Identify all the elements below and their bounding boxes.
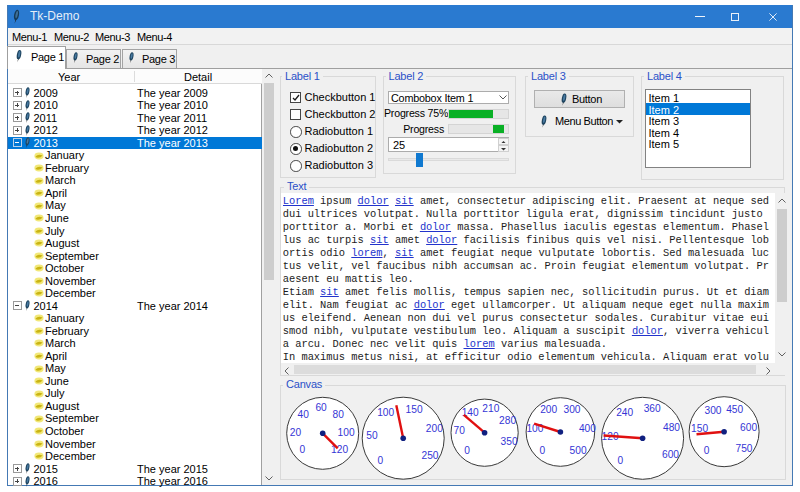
svg-text:750: 750: [736, 443, 753, 454]
svg-text:60: 60: [315, 402, 327, 413]
svg-text:100: 100: [377, 407, 394, 418]
svg-text:40: 40: [298, 409, 310, 420]
svg-text:300: 300: [705, 405, 722, 416]
svg-text:150: 150: [406, 404, 423, 415]
svg-text:300: 300: [564, 404, 581, 415]
svg-text:0: 0: [704, 445, 710, 456]
svg-text:50: 50: [366, 430, 378, 441]
svg-text:0: 0: [300, 444, 306, 455]
svg-text:280: 280: [499, 415, 516, 426]
svg-text:360: 360: [644, 403, 661, 414]
svg-text:480: 480: [663, 422, 680, 433]
svg-text:0: 0: [540, 445, 546, 456]
svg-text:80: 80: [333, 409, 345, 420]
svg-text:100: 100: [338, 427, 355, 438]
svg-text:70: 70: [454, 425, 466, 436]
svg-text:200: 200: [540, 404, 557, 415]
svg-text:0: 0: [618, 455, 624, 466]
svg-text:200: 200: [426, 423, 443, 434]
svg-text:500: 500: [570, 445, 587, 456]
svg-text:400: 400: [579, 423, 596, 434]
svg-text:600: 600: [740, 422, 757, 433]
svg-text:0: 0: [464, 445, 470, 456]
svg-text:250: 250: [422, 450, 439, 461]
svg-text:210: 210: [482, 403, 499, 414]
svg-text:600: 600: [662, 449, 679, 460]
svg-text:450: 450: [726, 404, 743, 415]
svg-text:20: 20: [290, 427, 302, 438]
svg-text:240: 240: [616, 407, 633, 418]
svg-text:350: 350: [501, 436, 518, 447]
svg-text:0: 0: [378, 455, 384, 466]
